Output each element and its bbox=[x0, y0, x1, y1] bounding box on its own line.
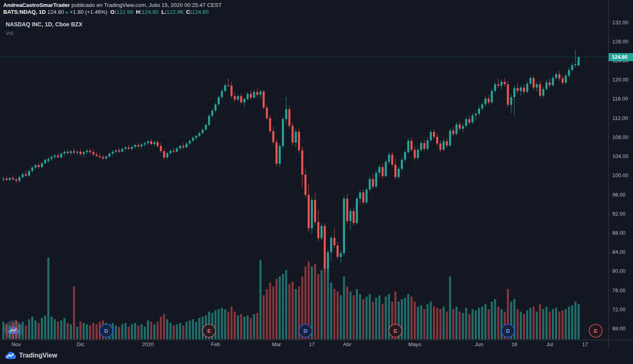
price-change: +1.80 (+1.46%) bbox=[70, 9, 108, 15]
price-tick-mark bbox=[609, 310, 610, 310]
price-tick-mark bbox=[609, 233, 610, 233]
price-tick-label: 92.00 bbox=[612, 211, 626, 217]
svg-text:E: E bbox=[594, 328, 597, 334]
time-tick-label: Abr bbox=[343, 341, 351, 347]
time-tick-label: 2020 bbox=[142, 341, 154, 347]
earnings-marker[interactable]: E bbox=[589, 324, 602, 337]
time-tick-label: Mar bbox=[272, 341, 281, 347]
price-axis[interactable]: 132.00128.00124.00120.00116.00112.00108.… bbox=[608, 0, 633, 340]
up-arrow-icon: ▲ bbox=[64, 10, 70, 14]
price-tick-label: 68.00 bbox=[612, 325, 626, 332]
time-tick-label: Mayo bbox=[408, 341, 421, 347]
price-tick-label: 128.00 bbox=[612, 39, 629, 45]
dividend-marker[interactable]: D bbox=[299, 324, 312, 337]
time-tick-label: Jul bbox=[546, 341, 553, 347]
price-tick-mark bbox=[609, 291, 610, 291]
ohlc-close: C:124.80 bbox=[186, 9, 209, 15]
grid-layer bbox=[0, 0, 608, 340]
price-chart[interactable]: D E D E D E bbox=[0, 0, 608, 340]
price-tick-label: 72.00 bbox=[612, 306, 626, 313]
price-tick-label: 100.00 bbox=[612, 172, 629, 178]
svg-text:D: D bbox=[506, 328, 510, 334]
chart-header: AndreaCastroSmarTrader publicado en Trad… bbox=[3, 2, 222, 15]
price-tick-label: 120.00 bbox=[612, 77, 629, 83]
price-tick-label: 76.00 bbox=[612, 287, 626, 293]
price-tick-label: 112.00 bbox=[612, 115, 628, 121]
author-name: AndreaCastroSmarTrader bbox=[3, 2, 70, 8]
chart-page: D E D E D E AndreaCastroSmarTrader publi… bbox=[0, 0, 633, 364]
legend-title[interactable]: NASDAQ INC, 1D, Cboe BZX bbox=[6, 21, 82, 28]
dividend-marker[interactable]: D bbox=[100, 324, 113, 337]
time-tick-label: 16 bbox=[511, 341, 517, 347]
ohlc-low: L:122.96 bbox=[161, 9, 183, 15]
price-tick-mark bbox=[609, 99, 610, 99]
price-tick-mark bbox=[609, 252, 610, 253]
last-price-value: 124.80 bbox=[47, 9, 64, 15]
time-tick-label: Dic bbox=[77, 341, 84, 347]
price-tick-mark bbox=[609, 156, 610, 157]
price-tick-mark bbox=[609, 42, 610, 42]
price-tick-label: 116.00 bbox=[612, 96, 628, 102]
svg-text:D: D bbox=[304, 328, 308, 334]
ohlc-high: H:124.80 bbox=[136, 9, 159, 15]
price-tick-label: 84.00 bbox=[612, 249, 626, 255]
price-tick-mark bbox=[609, 195, 610, 195]
price-tick-label: 104.00 bbox=[612, 153, 629, 159]
svg-text:E: E bbox=[394, 328, 397, 334]
price-tick-label: 80.00 bbox=[612, 268, 626, 274]
price-tick-mark bbox=[609, 137, 610, 138]
earnings-marker[interactable]: E bbox=[389, 324, 402, 337]
axis-corner-divider bbox=[608, 340, 609, 349]
time-tick-label: Nov bbox=[11, 341, 21, 347]
candles-layer bbox=[2, 50, 580, 277]
time-tick-label: Feb bbox=[211, 341, 220, 347]
price-tick-mark bbox=[609, 80, 610, 80]
price-tick-mark bbox=[609, 118, 610, 119]
tradingview-logo-link[interactable]: TradingView bbox=[5, 351, 57, 360]
time-tick-label: 17 bbox=[309, 341, 314, 347]
svg-text:E: E bbox=[207, 328, 211, 334]
footer-bar: TradingView bbox=[0, 349, 633, 364]
tradingview-logo-icon bbox=[5, 351, 16, 360]
volume-layer bbox=[2, 258, 580, 340]
legend-volume-label[interactable]: Vol. bbox=[6, 30, 82, 36]
price-tick-label: 132.00 bbox=[612, 19, 629, 26]
publish-info: publicado en TradingView.com, Julio 15, … bbox=[70, 2, 222, 8]
svg-text:D: D bbox=[104, 328, 108, 334]
price-tick-label: 108.00 bbox=[612, 134, 629, 140]
symbol-line: BATS:NDAQ, 1D 124.80▲+1.80 (+1.46%)O:122… bbox=[3, 9, 222, 15]
last-price-label: 124.80 bbox=[609, 53, 633, 61]
price-tick-mark bbox=[609, 214, 610, 214]
publish-line: AndreaCastroSmarTrader publicado en Trad… bbox=[3, 2, 222, 9]
price-tick-mark bbox=[609, 329, 610, 329]
ohlc-open: O:122.99 bbox=[110, 9, 133, 15]
price-tick-label: 88.00 bbox=[612, 230, 626, 236]
price-tick-mark bbox=[609, 23, 610, 23]
time-axis[interactable]: NovDic2020FebMar17AbrMayoJun16Jul17 bbox=[0, 340, 633, 349]
chart-legend: NASDAQ INC, 1D, Cboe BZX Vol. bbox=[6, 21, 82, 36]
symbol-label: BATS:NDAQ, 1D bbox=[3, 9, 46, 15]
time-tick-label: 17 bbox=[582, 341, 588, 347]
tradingview-brand-text: TradingView bbox=[19, 352, 57, 359]
price-tick-mark bbox=[609, 176, 610, 176]
price-tick-label: 96.00 bbox=[612, 192, 626, 198]
earnings-marker[interactable]: E bbox=[202, 324, 215, 337]
time-tick-label: Jun bbox=[475, 341, 483, 347]
dividend-marker[interactable]: D bbox=[502, 324, 515, 337]
price-tick-mark bbox=[609, 271, 610, 272]
